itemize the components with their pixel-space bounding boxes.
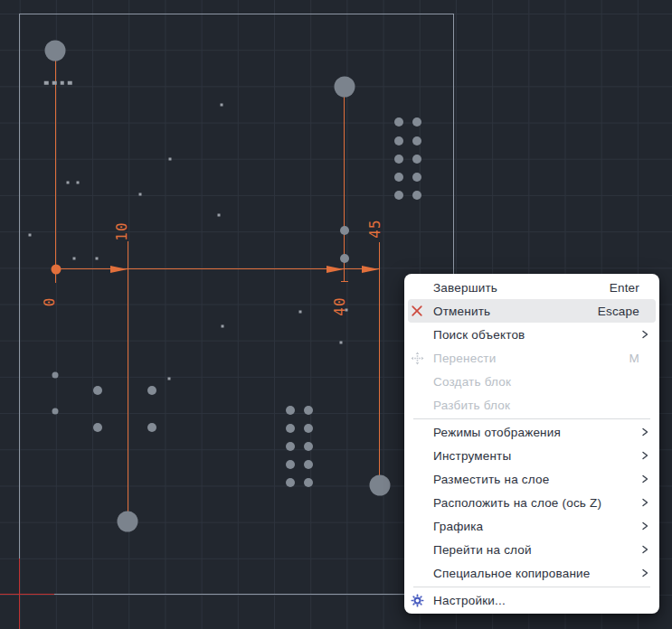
submenu-arrow-icon [639, 450, 650, 461]
drawing-dot[interactable] [394, 136, 403, 146]
menu-item-razbit-blok: Разбить блок [408, 393, 656, 417]
drawing-dot[interactable] [93, 423, 102, 432]
dimension-line[interactable] [128, 241, 129, 521]
dimension-origin-point[interactable] [51, 264, 61, 274]
dimension-line[interactable] [55, 51, 57, 283]
drawing-dot[interactable] [286, 424, 295, 433]
dimension-text: 40 [331, 296, 348, 315]
menu-item-razmestit-na-sloe[interactable]: Разместить на слое [408, 467, 656, 491]
move-icon [408, 351, 426, 365]
menu-item-poisk-obektov[interactable]: Поиск объектов [408, 323, 656, 346]
menu-item-icon-slot [408, 327, 426, 342]
ucs-axis-x [0, 594, 54, 596]
menu-item-label: Завершить [433, 281, 497, 295]
dimension-line[interactable] [379, 242, 381, 485]
submenu-arrow-icon [639, 521, 650, 531]
menu-item-icon-slot [408, 398, 426, 412]
menu-shortcut: Enter [610, 281, 639, 295]
menu-item-specialnoe-kopirovanie[interactable]: Специальное копирование [408, 561, 656, 585]
submenu-arrow-icon [639, 497, 650, 508]
drawing-dot[interactable] [412, 117, 421, 127]
drawing-dot[interactable] [412, 136, 421, 146]
menu-item-label: Поиск объектов [433, 328, 525, 342]
drawing-circle[interactable] [369, 474, 390, 495]
menu-item-icon-slot [408, 542, 426, 557]
dimension-line[interactable] [344, 87, 345, 282]
menu-item-icon-slot [408, 519, 426, 533]
drawing-dot[interactable] [304, 424, 313, 433]
drawing-dot[interactable] [394, 117, 403, 127]
drawing-dot[interactable] [394, 155, 403, 164]
menu-item-icon-slot [408, 566, 426, 580]
drawing-dot[interactable] [286, 406, 295, 415]
drawing-dot[interactable] [93, 386, 102, 395]
drawing-speckle [168, 378, 171, 380]
drawing-speckle [340, 341, 343, 343]
drawing-speckle [221, 104, 223, 107]
menu-item-label: Инструменты [433, 449, 511, 463]
cad-drawing-area[interactable]: 0104045 ЗавершитьEnterОтменитьEscapeПоис… [0, 0, 672, 629]
menu-item-rezhimy-otobrazheniya[interactable]: Режимы отображения [408, 420, 656, 444]
menu-separator [413, 418, 650, 419]
menu-item-nastroyki[interactable]: Настройки... [408, 588, 656, 612]
drawing-dot[interactable] [286, 442, 295, 451]
menu-item-otmenit[interactable]: ОтменитьEscape [408, 299, 656, 323]
drawing-dot[interactable] [304, 406, 313, 415]
menu-item-label: Отменить [433, 305, 490, 318]
drawing-square-marker [52, 80, 57, 85]
drawing-dot[interactable] [394, 191, 403, 200]
drawing-dot-small[interactable] [52, 371, 58, 378]
drawing-speckle [67, 182, 70, 184]
ucs-axis-y [19, 559, 21, 629]
menu-item-label: Перенести [433, 352, 496, 365]
drawing-circle[interactable] [44, 41, 65, 61]
context-menu: ЗавершитьEnterОтменитьEscapeПоиск объект… [404, 274, 659, 614]
menu-item-label: Создать блок [433, 375, 511, 389]
menu-item-icon-slot [408, 472, 426, 486]
drawing-speckle [139, 193, 142, 196]
sheet-frame [19, 14, 454, 595]
submenu-arrow-icon [639, 544, 650, 555]
drawing-dot[interactable] [304, 442, 313, 451]
dimension-line[interactable] [341, 281, 348, 283]
drawing-dot[interactable] [412, 155, 421, 164]
drawing-speckle [218, 214, 221, 217]
menu-separator [413, 587, 650, 587]
drawing-dot[interactable] [304, 460, 313, 469]
drawing-dot[interactable] [147, 386, 156, 395]
menu-item-label: Перейти на слой [433, 543, 532, 557]
menu-item-raspolozhit-na-sloe-os-z[interactable]: Расположить на слое (ось Z) [408, 491, 656, 514]
menu-item-pereyti-na-sloy[interactable]: Перейти на слой [408, 538, 656, 561]
drawing-speckle [222, 325, 224, 328]
drawing-dot[interactable] [394, 173, 403, 182]
drawing-square-marker [44, 80, 49, 85]
menu-item-label: Специальное копирование [433, 567, 591, 580]
drawing-speckle [29, 234, 32, 237]
menu-item-label: Графика [433, 520, 483, 533]
drawing-circle[interactable] [334, 77, 355, 98]
dimension-text: 45 [365, 219, 383, 238]
drawing-dot-small[interactable] [52, 408, 58, 415]
drawing-dot[interactable] [147, 423, 156, 432]
menu-item-icon-slot [408, 374, 426, 389]
menu-shortcut: Escape [598, 305, 639, 318]
menu-item-icon-slot [408, 425, 426, 439]
menu-item-zavershit[interactable]: ЗавершитьEnter [408, 276, 656, 299]
menu-item-label: Разбить блок [433, 399, 510, 412]
drawing-dot[interactable] [286, 460, 295, 469]
drawing-circle[interactable] [117, 511, 137, 531]
menu-item-sozdat-blok: Создать блок [408, 370, 656, 393]
menu-item-grafika[interactable]: Графика [408, 514, 656, 538]
drawing-dot[interactable] [286, 478, 295, 487]
drawing-dot[interactable] [340, 226, 349, 235]
drawing-dot[interactable] [412, 191, 421, 200]
menu-item-instrumenty[interactable]: Инструменты [408, 444, 656, 467]
drawing-dot[interactable] [340, 254, 349, 263]
drawing-speckle [77, 182, 80, 184]
menu-item-icon-slot [408, 280, 426, 295]
drawing-dot[interactable] [304, 478, 313, 487]
menu-item-label: Режимы отображения [433, 426, 561, 439]
drawing-dot[interactable] [412, 173, 421, 182]
settings-gear-icon [408, 593, 426, 607]
dimension-arrowhead [362, 266, 379, 273]
